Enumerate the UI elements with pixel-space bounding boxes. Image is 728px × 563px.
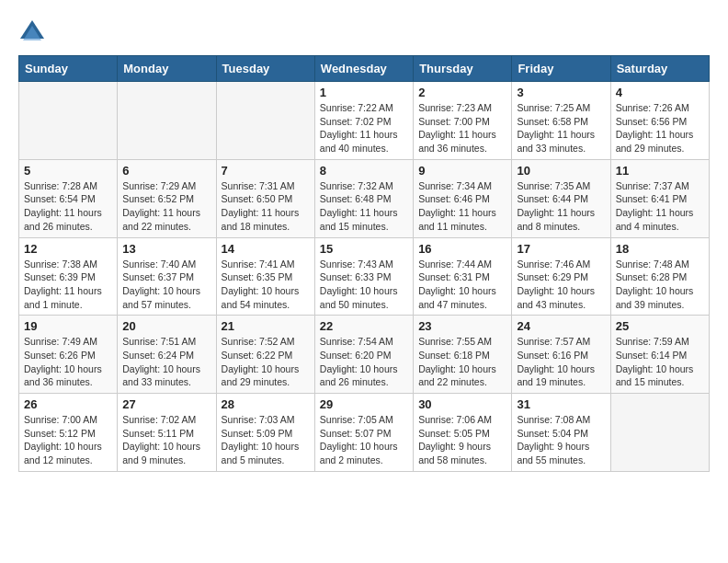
day-info: Sunrise: 7:00 AM Sunset: 5:12 PM Dayligh… — [24, 413, 112, 467]
day-number: 8 — [320, 164, 408, 178]
day-number: 23 — [418, 319, 506, 333]
day-info: Sunrise: 7:37 AM Sunset: 6:41 PM Dayligh… — [616, 179, 704, 234]
calendar: SundayMondayTuesdayWednesdayThursdayFrid… — [18, 55, 710, 472]
day-number: 25 — [616, 319, 704, 333]
weekday-header-monday: Monday — [118, 56, 216, 82]
logo — [18, 18, 50, 46]
weekday-header-sunday: Sunday — [19, 56, 118, 82]
calendar-cell: 8Sunrise: 7:32 AM Sunset: 6:48 PM Daylig… — [314, 159, 413, 237]
day-info: Sunrise: 7:41 AM Sunset: 6:35 PM Dayligh… — [222, 258, 310, 312]
day-info: Sunrise: 7:26 AM Sunset: 6:56 PM Dayligh… — [616, 101, 704, 155]
week-row-3: 19Sunrise: 7:49 AM Sunset: 6:26 PM Dayli… — [19, 316, 710, 394]
day-number: 9 — [418, 164, 506, 178]
calendar-cell: 28Sunrise: 7:03 AM Sunset: 5:09 PM Dayli… — [216, 394, 314, 472]
calendar-cell: 3Sunrise: 7:25 AM Sunset: 6:58 PM Daylig… — [512, 82, 610, 160]
day-info: Sunrise: 7:32 AM Sunset: 6:48 PM Dayligh… — [320, 179, 408, 234]
day-info: Sunrise: 7:34 AM Sunset: 6:46 PM Dayligh… — [418, 179, 506, 234]
calendar-cell: 6Sunrise: 7:29 AM Sunset: 6:52 PM Daylig… — [118, 159, 216, 237]
weekday-row: SundayMondayTuesdayWednesdayThursdayFrid… — [19, 56, 710, 82]
calendar-cell: 13Sunrise: 7:40 AM Sunset: 6:37 PM Dayli… — [118, 237, 216, 316]
week-row-4: 26Sunrise: 7:00 AM Sunset: 5:12 PM Dayli… — [19, 394, 710, 472]
calendar-cell: 11Sunrise: 7:37 AM Sunset: 6:41 PM Dayli… — [610, 159, 709, 237]
page-header — [18, 18, 710, 46]
day-number: 29 — [320, 397, 408, 411]
day-number: 21 — [222, 319, 310, 333]
day-number: 4 — [616, 86, 704, 99]
day-info: Sunrise: 7:31 AM Sunset: 6:50 PM Dayligh… — [222, 179, 310, 234]
day-number: 30 — [418, 397, 506, 411]
calendar-cell: 19Sunrise: 7:49 AM Sunset: 6:26 PM Dayli… — [19, 316, 118, 394]
calendar-cell: 30Sunrise: 7:06 AM Sunset: 5:05 PM Dayli… — [414, 394, 512, 472]
calendar-cell: 25Sunrise: 7:59 AM Sunset: 6:14 PM Dayli… — [610, 316, 709, 394]
calendar-cell: 23Sunrise: 7:55 AM Sunset: 6:18 PM Dayli… — [414, 316, 512, 394]
day-info: Sunrise: 7:40 AM Sunset: 6:37 PM Dayligh… — [122, 258, 210, 312]
day-info: Sunrise: 7:48 AM Sunset: 6:28 PM Dayligh… — [616, 258, 704, 312]
day-info: Sunrise: 7:25 AM Sunset: 6:58 PM Dayligh… — [517, 101, 605, 155]
calendar-cell: 9Sunrise: 7:34 AM Sunset: 6:46 PM Daylig… — [414, 159, 512, 237]
day-info: Sunrise: 7:43 AM Sunset: 6:33 PM Dayligh… — [320, 258, 408, 312]
day-number: 26 — [24, 397, 112, 411]
day-number: 10 — [517, 164, 605, 178]
day-number: 16 — [418, 242, 506, 256]
calendar-header: SundayMondayTuesdayWednesdayThursdayFrid… — [19, 56, 710, 82]
calendar-cell — [610, 394, 709, 472]
day-number: 13 — [122, 242, 210, 256]
day-info: Sunrise: 7:28 AM Sunset: 6:54 PM Dayligh… — [24, 179, 112, 234]
weekday-header-tuesday: Tuesday — [216, 56, 314, 82]
day-number: 19 — [24, 319, 112, 333]
day-number: 3 — [517, 86, 605, 99]
day-number: 27 — [122, 397, 210, 411]
day-info: Sunrise: 7:03 AM Sunset: 5:09 PM Dayligh… — [222, 413, 310, 467]
day-number: 24 — [517, 319, 605, 333]
calendar-cell: 17Sunrise: 7:46 AM Sunset: 6:29 PM Dayli… — [512, 237, 610, 316]
calendar-body: 1Sunrise: 7:22 AM Sunset: 7:02 PM Daylig… — [19, 82, 710, 472]
day-info: Sunrise: 7:02 AM Sunset: 5:11 PM Dayligh… — [122, 413, 210, 467]
calendar-cell: 24Sunrise: 7:57 AM Sunset: 6:16 PM Dayli… — [512, 316, 610, 394]
day-info: Sunrise: 7:22 AM Sunset: 7:02 PM Dayligh… — [320, 101, 408, 155]
day-number: 5 — [24, 164, 112, 178]
day-info: Sunrise: 7:44 AM Sunset: 6:31 PM Dayligh… — [418, 258, 506, 312]
day-number: 31 — [517, 397, 605, 411]
week-row-0: 1Sunrise: 7:22 AM Sunset: 7:02 PM Daylig… — [19, 82, 710, 160]
calendar-cell: 15Sunrise: 7:43 AM Sunset: 6:33 PM Dayli… — [314, 237, 413, 316]
day-number: 11 — [616, 164, 704, 178]
calendar-cell: 21Sunrise: 7:52 AM Sunset: 6:22 PM Dayli… — [216, 316, 314, 394]
weekday-header-saturday: Saturday — [610, 56, 709, 82]
weekday-header-thursday: Thursday — [414, 56, 512, 82]
calendar-cell: 27Sunrise: 7:02 AM Sunset: 5:11 PM Dayli… — [118, 394, 216, 472]
day-number: 14 — [222, 242, 310, 256]
day-info: Sunrise: 7:05 AM Sunset: 5:07 PM Dayligh… — [320, 413, 408, 467]
day-number: 20 — [122, 319, 210, 333]
calendar-cell: 26Sunrise: 7:00 AM Sunset: 5:12 PM Dayli… — [19, 394, 118, 472]
logo-icon — [18, 18, 46, 46]
calendar-cell: 20Sunrise: 7:51 AM Sunset: 6:24 PM Dayli… — [118, 316, 216, 394]
calendar-cell: 29Sunrise: 7:05 AM Sunset: 5:07 PM Dayli… — [314, 394, 413, 472]
day-info: Sunrise: 7:46 AM Sunset: 6:29 PM Dayligh… — [517, 258, 605, 312]
calendar-cell: 12Sunrise: 7:38 AM Sunset: 6:39 PM Dayli… — [19, 237, 118, 316]
calendar-cell: 18Sunrise: 7:48 AM Sunset: 6:28 PM Dayli… — [610, 237, 709, 316]
day-number: 1 — [320, 86, 408, 99]
week-row-2: 12Sunrise: 7:38 AM Sunset: 6:39 PM Dayli… — [19, 237, 710, 316]
calendar-cell: 5Sunrise: 7:28 AM Sunset: 6:54 PM Daylig… — [19, 159, 118, 237]
day-number: 2 — [418, 86, 506, 99]
day-info: Sunrise: 7:51 AM Sunset: 6:24 PM Dayligh… — [122, 335, 210, 389]
day-info: Sunrise: 7:08 AM Sunset: 5:04 PM Dayligh… — [517, 413, 605, 467]
calendar-cell: 16Sunrise: 7:44 AM Sunset: 6:31 PM Dayli… — [414, 237, 512, 316]
day-info: Sunrise: 7:35 AM Sunset: 6:44 PM Dayligh… — [517, 179, 605, 234]
day-info: Sunrise: 7:55 AM Sunset: 6:18 PM Dayligh… — [418, 335, 506, 389]
day-number: 6 — [122, 164, 210, 178]
day-number: 15 — [320, 242, 408, 256]
week-row-1: 5Sunrise: 7:28 AM Sunset: 6:54 PM Daylig… — [19, 159, 710, 237]
calendar-cell: 31Sunrise: 7:08 AM Sunset: 5:04 PM Dayli… — [512, 394, 610, 472]
day-info: Sunrise: 7:49 AM Sunset: 6:26 PM Dayligh… — [24, 335, 112, 389]
day-info: Sunrise: 7:54 AM Sunset: 6:20 PM Dayligh… — [320, 335, 408, 389]
day-info: Sunrise: 7:57 AM Sunset: 6:16 PM Dayligh… — [517, 335, 605, 389]
day-info: Sunrise: 7:23 AM Sunset: 7:00 PM Dayligh… — [418, 101, 506, 155]
day-number: 18 — [616, 242, 704, 256]
calendar-cell: 14Sunrise: 7:41 AM Sunset: 6:35 PM Dayli… — [216, 237, 314, 316]
calendar-cell: 2Sunrise: 7:23 AM Sunset: 7:00 PM Daylig… — [414, 82, 512, 160]
calendar-cell: 4Sunrise: 7:26 AM Sunset: 6:56 PM Daylig… — [610, 82, 709, 160]
day-info: Sunrise: 7:29 AM Sunset: 6:52 PM Dayligh… — [122, 179, 210, 234]
calendar-cell: 22Sunrise: 7:54 AM Sunset: 6:20 PM Dayli… — [314, 316, 413, 394]
day-info: Sunrise: 7:52 AM Sunset: 6:22 PM Dayligh… — [222, 335, 310, 389]
